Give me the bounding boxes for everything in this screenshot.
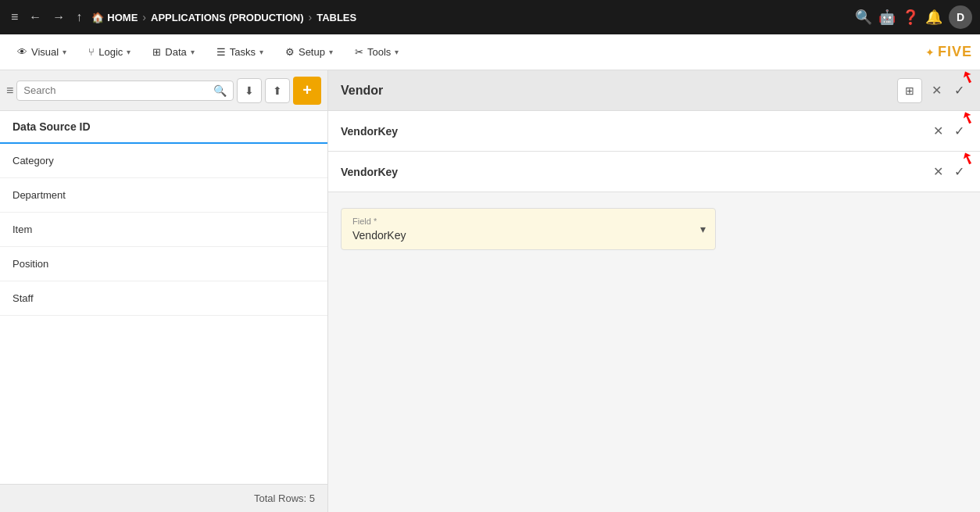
home-icon: 🏠: [91, 12, 104, 23]
menu-item-tasks[interactable]: ☰ Tasks ▾: [207, 41, 273, 63]
list-item[interactable]: Department: [0, 178, 327, 213]
chevron-down-icon: ▾: [700, 223, 706, 235]
avatar[interactable]: D: [949, 5, 972, 29]
data-arrow: ▾: [191, 48, 195, 56]
list-item[interactable]: Category: [0, 144, 327, 178]
list-item[interactable]: Position: [0, 247, 327, 281]
breadcrumb-sep-1: ›: [142, 11, 146, 23]
up-icon[interactable]: ↑: [73, 7, 85, 27]
content-title: Vendor: [341, 84, 897, 98]
data-icon: ⊞: [152, 46, 161, 58]
content-header-actions: ⊞ ✕ ✓ ➘: [897, 78, 967, 103]
download-button[interactable]: ⬇: [237, 78, 262, 103]
row-actions: ✕ ✓ ➘: [930, 120, 967, 141]
search-input[interactable]: [23, 84, 209, 96]
table-row: VendorKey ✕ ✓ ➘: [328, 111, 980, 152]
arrow-annotation-3: ➘: [957, 149, 976, 170]
menu-bar: 👁 Visual ▾ ⑂ Logic ▾ ⊞ Data ▾ ☰ Tasks ▾ …: [0, 34, 980, 70]
field-value: VendorKey: [352, 229, 704, 242]
tasks-icon: ☰: [216, 46, 226, 58]
home-breadcrumb[interactable]: 🏠 HOME: [91, 12, 138, 23]
upload-button[interactable]: ⬆: [265, 78, 290, 103]
sidebar-list: Category Department Item Position Staff: [0, 144, 327, 484]
row-close-button-2[interactable]: ✕: [930, 161, 946, 182]
top-right-icons: 🔍 🤖 ❓ 🔔 D: [855, 5, 972, 29]
list-item[interactable]: Staff: [0, 281, 327, 316]
cloud-search-icon[interactable]: 🔍: [855, 9, 872, 26]
header-close-button[interactable]: ✕: [928, 80, 945, 101]
setup-arrow: ▾: [329, 48, 333, 56]
field-area: Field * VendorKey ▾: [328, 192, 980, 266]
breadcrumb: 🏠 HOME › APPLICATIONS (PRODUCTION) › TAB…: [91, 11, 849, 23]
top-bar: ≡ ← → ↑ 🏠 HOME › APPLICATIONS (PRODUCTIO…: [0, 0, 980, 34]
search-input-wrap: 🔍: [16, 81, 234, 101]
menu-item-setup[interactable]: ⚙ Setup ▾: [276, 41, 342, 63]
tasks-arrow: ▾: [259, 48, 263, 56]
add-button[interactable]: +: [293, 77, 321, 105]
search-icon: 🔍: [213, 84, 227, 97]
logic-icon: ⑂: [88, 46, 95, 58]
back-icon[interactable]: ←: [26, 7, 45, 27]
logo: ✦ FIVE: [925, 44, 972, 60]
menu-item-data[interactable]: ⊞ Data ▾: [143, 41, 203, 63]
menu-item-visual[interactable]: 👁 Visual ▾: [8, 41, 76, 63]
help-icon[interactable]: ❓: [902, 9, 919, 26]
arrow-annotation-2: ➘: [957, 108, 976, 130]
app-breadcrumb[interactable]: APPLICATIONS (PRODUCTION): [151, 12, 303, 23]
row-label: VendorKey: [341, 125, 930, 138]
field-label: Field *: [352, 217, 704, 226]
tools-icon: ✂: [355, 46, 363, 58]
content-area: Vendor ⊞ ✕ ✓ ➘ VendorKey ✕ ✓ ➘: [328, 70, 980, 512]
menu-item-logic[interactable]: ⑂ Logic ▾: [79, 41, 140, 63]
bell-icon[interactable]: 🔔: [925, 9, 942, 26]
sidebar-header: Data Source ID: [0, 111, 327, 144]
row-close-button[interactable]: ✕: [930, 120, 946, 141]
logic-arrow: ▾: [127, 48, 131, 56]
grid-view-button[interactable]: ⊞: [897, 78, 922, 103]
visual-icon: 👁: [17, 46, 27, 58]
logo-star-icon: ✦: [925, 46, 935, 59]
tools-arrow: ▾: [395, 48, 399, 56]
forward-icon[interactable]: →: [49, 7, 68, 27]
row-actions: ✕ ✓ ➘: [930, 161, 967, 182]
sidebar-toolbar: ≡ 🔍 ⬇ ⬆ +: [0, 70, 327, 111]
main-area: ≡ 🔍 ⬇ ⬆ + Data Source ID Category Depart…: [0, 70, 980, 512]
sidebar-footer: Total Rows: 5: [0, 484, 327, 512]
setup-icon: ⚙: [285, 46, 295, 58]
content-header: Vendor ⊞ ✕ ✓ ➘: [328, 70, 980, 111]
table-row: VendorKey ✕ ✓ ➘: [328, 152, 980, 192]
breadcrumb-sep-2: ›: [309, 11, 313, 23]
sidebar: ≡ 🔍 ⬇ ⬆ + Data Source ID Category Depart…: [0, 70, 328, 512]
row-label: VendorKey: [341, 166, 930, 178]
logo-text: FIVE: [938, 44, 972, 60]
field-dropdown[interactable]: Field * VendorKey ▾: [341, 208, 716, 250]
robot-icon[interactable]: 🤖: [878, 9, 896, 26]
tables-breadcrumb[interactable]: TABLES: [317, 12, 356, 23]
list-item[interactable]: Item: [0, 213, 327, 247]
visual-arrow: ▾: [63, 48, 66, 56]
menu-icon[interactable]: ≡: [8, 7, 21, 27]
filter-icon[interactable]: ≡: [6, 84, 13, 98]
menu-item-tools[interactable]: ✂ Tools ▾: [345, 41, 408, 63]
nav-icons: ≡ ← → ↑: [8, 7, 85, 27]
